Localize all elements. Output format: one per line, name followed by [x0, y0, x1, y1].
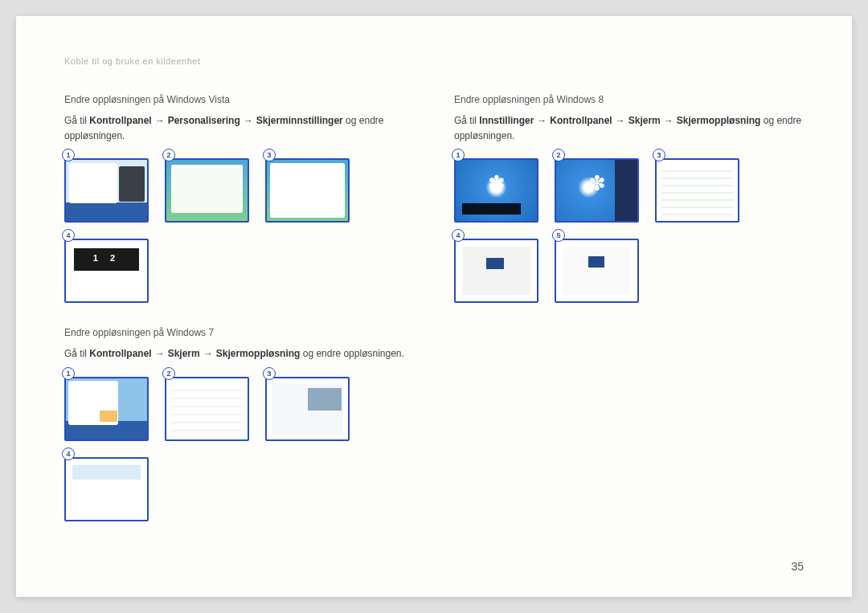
- thumbnail: 3: [265, 158, 350, 223]
- instruction-win7: Gå til Kontrollpanel→Skjerm→Skjermoppløs…: [64, 346, 414, 362]
- arrow-icon: →: [664, 113, 674, 129]
- thumbnail: 3: [265, 377, 350, 441]
- thumbnail-row-win8: 1 2 3 4 5: [454, 158, 804, 303]
- screenshot-image: [454, 239, 538, 303]
- arrow-icon: →: [155, 113, 165, 129]
- content-columns: Endre oppløsningen på Windows Vista Gå t…: [64, 94, 804, 546]
- instr-bold: Personalisering: [168, 115, 240, 126]
- right-column: Endre oppløsningen på Windows 8 Gå til I…: [454, 94, 804, 546]
- step-badge: 4: [62, 447, 75, 460]
- screenshot-image: [64, 158, 149, 223]
- screenshot-image: [655, 158, 739, 223]
- thumbnail: 3: [655, 158, 739, 223]
- step-badge: 2: [162, 367, 175, 380]
- instr-bold: Kontrollpanel: [550, 115, 612, 126]
- section-title-vista: Endre oppløsningen på Windows Vista: [64, 94, 414, 105]
- thumbnail: 2: [555, 158, 639, 223]
- screenshot-image: [265, 377, 350, 441]
- left-column: Endre oppløsningen på Windows Vista Gå t…: [64, 94, 414, 546]
- document-page: Koble til og bruke en kildeenhet Endre o…: [16, 16, 852, 597]
- screenshot-image: [265, 158, 350, 223]
- screenshot-image: [64, 457, 149, 521]
- instr-text: Gå til: [64, 348, 89, 359]
- thumbnail: 2: [165, 158, 249, 223]
- arrow-icon: →: [616, 113, 625, 129]
- screenshot-image: [555, 158, 639, 223]
- instruction-win8: Gå til Innstillinger→Kontrollpanel→Skjer…: [454, 113, 804, 144]
- instr-bold: Skjerminnstillinger: [256, 115, 343, 126]
- arrow-icon: →: [155, 346, 165, 362]
- screenshot-image: [454, 158, 538, 223]
- breadcrumb: Koble til og bruke en kildeenhet: [64, 56, 804, 66]
- instr-bold: Skjerm: [628, 115, 661, 126]
- instr-text: og endre oppløsningen.: [300, 348, 403, 359]
- thumbnail: 5: [555, 239, 639, 303]
- thumbnail: 1: [64, 377, 149, 441]
- arrow-icon: →: [203, 346, 213, 362]
- thumbnail: 4: [454, 239, 538, 303]
- instr-bold: Innstillinger: [479, 115, 534, 126]
- arrow-icon: →: [537, 113, 547, 129]
- screenshot-image: [64, 377, 149, 441]
- screenshot-image: [64, 239, 149, 303]
- thumbnail: 4: [64, 239, 149, 303]
- section-title-win8: Endre oppløsningen på Windows 8: [454, 94, 804, 105]
- arrow-icon: →: [244, 113, 253, 129]
- instr-bold: Skjerm: [168, 348, 200, 359]
- instr-text: Gå til: [454, 115, 479, 126]
- step-badge: 1: [62, 367, 75, 380]
- instr-bold: Kontrollpanel: [89, 348, 151, 359]
- instr-text: Gå til: [64, 115, 89, 126]
- thumbnail: 4: [64, 457, 149, 521]
- instr-bold: Skjermoppløsning: [216, 348, 301, 359]
- thumbnail: 1: [454, 158, 538, 223]
- screenshot-image: [165, 377, 249, 441]
- section-title-win7: Endre oppløsningen på Windows 7: [64, 327, 414, 338]
- step-badge: 3: [263, 367, 276, 380]
- page-number: 35: [791, 560, 804, 573]
- instr-bold: Skjermoppløsning: [677, 115, 761, 126]
- thumbnail: 1: [64, 158, 149, 223]
- screenshot-image: [555, 239, 639, 303]
- thumbnail-row-vista: 1 2 3 4: [64, 158, 414, 303]
- instruction-vista: Gå til Kontrollpanel→Personalisering→Skj…: [64, 113, 414, 144]
- thumbnail: 2: [165, 377, 249, 441]
- screenshot-image: [165, 158, 249, 223]
- instr-bold: Kontrollpanel: [89, 115, 151, 126]
- thumbnail-row-win7: 1 2 3 4: [64, 377, 414, 521]
